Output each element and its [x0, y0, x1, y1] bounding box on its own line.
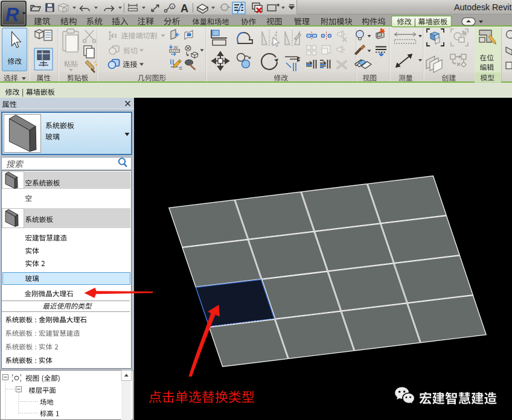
svg-text:A: A — [181, 2, 188, 14]
svg-text:1: 1 — [171, 5, 174, 10]
svg-text:R: R — [5, 4, 19, 25]
svg-text:Autodesk Revit 20: Autodesk Revit 20 — [454, 2, 512, 12]
svg-text:W: W — [174, 45, 179, 50]
